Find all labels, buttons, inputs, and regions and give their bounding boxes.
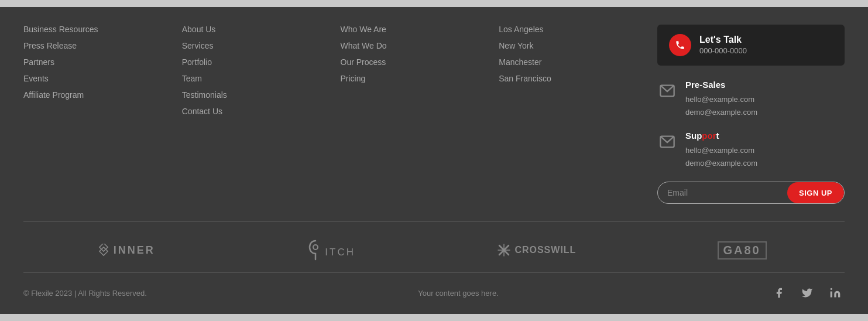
gabo-label: GA80: [718, 241, 767, 259]
copyright-text: © Flexile 2023 | All Rights Reserved.: [23, 289, 147, 298]
presales-section: Pre-Sales hello@example.com demo@example…: [657, 80, 845, 119]
envelope-presales-icon: [657, 81, 677, 101]
footer-link-business-resources[interactable]: Business Resources: [23, 25, 170, 34]
presales-label: Pre-Sales: [685, 80, 757, 90]
logo-gabo: GA80: [639, 241, 845, 259]
linkedin-svg: [829, 287, 841, 299]
footer-link-contact-us[interactable]: Contact Us: [182, 107, 329, 116]
footer-right-panel: Let's Talk 000-000-0000 Pre-Sales hello@…: [657, 25, 845, 204]
footer-col-1: Business Resources Press Release Partner…: [23, 25, 182, 204]
email-signup-form: SIGN UP: [657, 182, 845, 204]
footer-link-services[interactable]: Services: [182, 41, 329, 50]
footer-link-partners[interactable]: Partners: [23, 57, 170, 67]
footer-top: Business Resources Press Release Partner…: [23, 25, 845, 222]
envelope-support-svg-icon: [659, 134, 675, 150]
footer-link-pricing[interactable]: Pricing: [341, 74, 488, 83]
footer-col-2: About Us Services Portfolio Team Testimo…: [182, 25, 341, 204]
svg-point-4: [313, 245, 318, 250]
support-label: Support: [685, 131, 757, 141]
footer-link-manchester[interactable]: Manchester: [499, 57, 646, 67]
footer-link-about-us[interactable]: About Us: [182, 25, 329, 34]
pitch-label: ITCH: [325, 247, 355, 258]
lets-talk-phone: 000-000-0000: [699, 46, 747, 55]
support-email2: demo@example.com: [685, 159, 757, 168]
email-input[interactable]: [658, 182, 787, 203]
crosswill-logo-container: CROSSWILL: [497, 243, 576, 257]
footer-col-4: Los Angeles New York Manchester San Fran…: [499, 25, 657, 204]
logo-inner: INNER: [23, 244, 229, 257]
crosswill-icon: [497, 243, 511, 257]
support-text: Support hello@example.com demo@example.c…: [685, 131, 757, 170]
pitch-logo-container: ITCH: [307, 240, 355, 261]
twitter-svg: [801, 287, 813, 299]
footer-link-our-process[interactable]: Our Process: [341, 57, 488, 67]
footer-content-placeholder: Your content goes here.: [418, 289, 499, 298]
linkedin-icon[interactable]: [826, 284, 845, 302]
footer-link-san-francisco[interactable]: San Francisco: [499, 74, 646, 83]
footer-link-team[interactable]: Team: [182, 74, 329, 83]
phone-icon: [669, 34, 691, 56]
footer-col-3: Who We Are What We Do Our Process Pricin…: [341, 25, 499, 204]
footer-link-what-we-do[interactable]: What We Do: [341, 41, 488, 50]
inner-logo-text: INNER: [97, 244, 155, 257]
footer-logos: INNER ITCH CROSSWILL: [23, 222, 845, 273]
svg-point-5: [831, 288, 832, 290]
footer-bottom: © Flexile 2023 | All Rights Reserved. Yo…: [23, 273, 845, 302]
presales-email2: demo@example.com: [685, 108, 757, 117]
footer-link-events[interactable]: Events: [23, 74, 170, 83]
facebook-icon[interactable]: [770, 284, 788, 302]
logo-pitch: ITCH: [229, 240, 434, 261]
presales-text: Pre-Sales hello@example.com demo@example…: [685, 80, 757, 119]
inner-diamond-icon: [97, 244, 110, 257]
inner-label: INNER: [114, 244, 155, 257]
facebook-svg: [773, 287, 785, 299]
lets-talk-title: Let's Talk: [699, 35, 747, 45]
phone-svg-icon: [675, 40, 685, 50]
footer-link-new-york[interactable]: New York: [499, 41, 646, 50]
footer-link-portfolio[interactable]: Portfolio: [182, 57, 329, 67]
social-icons-group: [770, 284, 845, 302]
lets-talk-box: Let's Talk 000-000-0000: [657, 25, 845, 66]
envelope-support-icon: [657, 132, 677, 152]
footer-link-los-angeles[interactable]: Los Angeles: [499, 25, 646, 34]
twitter-icon[interactable]: [798, 284, 816, 302]
crosswill-label: CROSSWILL: [514, 245, 576, 255]
footer: Business Resources Press Release Partner…: [0, 7, 868, 314]
footer-link-who-we-are[interactable]: Who We Are: [341, 25, 488, 34]
pitch-p-icon: [307, 240, 324, 261]
footer-link-affiliate-program[interactable]: Affiliate Program: [23, 90, 170, 100]
footer-link-press-release[interactable]: Press Release: [23, 41, 170, 50]
support-section: Support hello@example.com demo@example.c…: [657, 131, 845, 170]
lets-talk-text: Let's Talk 000-000-0000: [699, 35, 747, 55]
logo-crosswill: CROSSWILL: [434, 243, 640, 257]
signup-button[interactable]: SIGN UP: [787, 182, 844, 203]
envelope-svg-icon: [659, 83, 675, 99]
footer-link-testimonials[interactable]: Testimonials: [182, 90, 329, 100]
support-email1: hello@example.com: [685, 146, 754, 155]
presales-email1: hello@example.com: [685, 95, 754, 104]
